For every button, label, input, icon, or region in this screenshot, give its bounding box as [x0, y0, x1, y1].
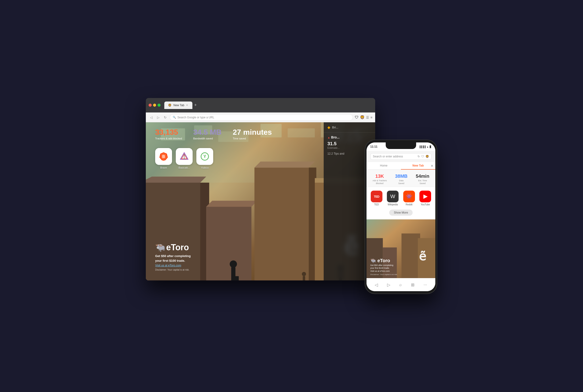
tab-favicon: 🦁 [168, 104, 172, 107]
phone-address-area: Search or enter address ↻ 🛡 🦁 [366, 151, 435, 162]
etoro-tagline: Get $50 after completingyour first $100 … [155, 254, 191, 263]
phone-tabs-button[interactable]: ⊞ [411, 282, 414, 288]
youtube-app-icon: ▶ [419, 190, 431, 202]
show-more-button[interactable]: Show More [389, 210, 413, 216]
phone-shield-icon[interactable]: 🛡 [421, 155, 424, 158]
phone-tab-newtab[interactable]: New Tab [401, 162, 435, 170]
wikipedia-app-icon: W [387, 190, 399, 202]
phone-data-stat: 38MB DataSaved [395, 174, 407, 185]
trackers-label: Trackers & ads blocked [155, 137, 182, 140]
back-button[interactable]: ◁ [149, 115, 154, 120]
svg-text:B: B [162, 154, 165, 158]
nav-bar: ◁ ▷ ↻ 🔍 Search Google or type a URL 🛡 🦁 … [146, 112, 375, 122]
etoro-link[interactable]: Visit us at eToro.com [155, 264, 191, 267]
forward-button[interactable]: ▷ [156, 115, 161, 120]
bookmarks-icon[interactable]: ☰ [366, 116, 369, 119]
svg-text:ẽ: ẽ [419, 250, 426, 263]
bat-icon-box [176, 148, 193, 165]
phone-tab-home[interactable]: Home [366, 162, 401, 170]
reddit-app-icon: 👾 [403, 190, 415, 202]
phone-etoro-logo: 🐃 eToro [370, 258, 398, 263]
phone-address-bar[interactable]: Search or enter address ↻ 🛡 🦁 [370, 153, 432, 160]
ted-app-label: TED [374, 203, 379, 206]
brave-logo: B [159, 151, 169, 162]
mobile-phone: 11:11 ▐▐▐▐ ▲ ▊ Search or enter address ↻… [365, 140, 437, 294]
yubico-logo: Y [200, 151, 210, 162]
maximize-button[interactable] [158, 104, 161, 107]
battery-icon: ▊ [430, 146, 432, 148]
phone-time: 11:11 [370, 145, 377, 148]
shield-icon[interactable]: 🛡 [355, 115, 359, 120]
close-button[interactable] [149, 104, 152, 107]
phone-time-label: Est. TimeSaved [416, 180, 429, 185]
desktop-browser: 🦁 New Tab ✕ + ◁ ▷ ↻ 🔍 Search Google or t… [146, 98, 375, 280]
reload-button[interactable]: ↻ [163, 115, 168, 120]
phone-back-button[interactable]: ◁ [375, 282, 378, 288]
phone-time-num: 54min [416, 174, 429, 179]
wifi-icon: ▲ [426, 146, 429, 148]
phone-address-text: Search or enter address [373, 155, 416, 158]
apps-row: B Brave Basicatt... [155, 148, 213, 169]
minimize-button[interactable] [153, 104, 156, 107]
address-bar[interactable]: 🔍 Search Google or type a URL [170, 114, 353, 121]
phone-app-reddit[interactable]: 👾 Reddit [402, 190, 416, 206]
phone-apps-grid: TED TED W Wikipedia 👾 [366, 187, 435, 210]
address-text: Search Google or type a URL [177, 116, 214, 119]
notif-header-text: Bri... [332, 126, 338, 129]
tab-title: New Tab [173, 104, 184, 107]
time-label: Time saved [233, 137, 272, 140]
app-yubico[interactable]: Y Yubico [196, 148, 213, 169]
phone-menu-button[interactable]: ··· [424, 282, 427, 287]
etoro-ad: 🐃 eToro Get $50 after completingyour fir… [155, 242, 191, 271]
stats-panel: 33,135 Trackers & ads blocked 34.5 MB Ba… [155, 128, 272, 140]
svg-rect-42 [401, 234, 420, 280]
bat-logo [179, 151, 189, 162]
phone-stats: 13K Ads & TrackersBlocked 38MB DataSaved… [366, 170, 435, 187]
phone-tab-close[interactable]: ✕ [431, 164, 433, 168]
phone-app-ted[interactable]: TED TED [369, 190, 384, 206]
phone-app-wikipedia[interactable]: W Wikipedia [386, 190, 400, 206]
menu-icon[interactable]: ≡ [370, 116, 372, 119]
phone-content: 13K Ads & TrackersBlocked 38MB DataSaved… [366, 170, 435, 291]
brave-app-label: Brave [160, 166, 167, 169]
phone-data-label: DataSaved [395, 180, 407, 185]
notif-stat: 31.5 [327, 141, 371, 146]
active-tab[interactable]: 🦁 New Tab ✕ [164, 102, 192, 109]
new-tab-button[interactable]: + [194, 103, 197, 108]
phone-tabs-bar: Home New Tab ✕ [366, 162, 435, 170]
svg-text:Y: Y [203, 154, 206, 159]
brave-icon-box: B [155, 148, 172, 165]
bandwidth-label: Bandwidth saved [193, 137, 222, 140]
phone-bg-scene: ẽ 🐃 eToro Get $50 after completingyour f… [366, 220, 435, 280]
wallet-icon[interactable]: 🦁 [360, 115, 365, 120]
tab-close-button[interactable]: ✕ [186, 104, 188, 106]
app-bat[interactable]: Basicatt... [176, 148, 193, 169]
youtube-app-label: YouTube [421, 203, 430, 206]
phone-reload-icon[interactable]: ↻ [417, 155, 420, 158]
bandwidth-stat: 34.5 MB Bandwidth saved [193, 128, 222, 140]
nav-icons-right: 🛡 🦁 ☰ ≡ [355, 115, 372, 120]
phone-ads-label: Ads & TrackersBlocked [373, 180, 387, 185]
phone-bottom-bar: ◁ ▷ ⌕ ⊞ ··· [366, 278, 435, 291]
phone-etoro-ad: 🐃 eToro Get $50 after completingyour fir… [370, 258, 398, 276]
app-brave[interactable]: B Brave [155, 148, 172, 169]
yubico-app-label: Yubico [201, 166, 209, 169]
phone-ads-stat: 13K Ads & TrackersBlocked [373, 174, 387, 185]
phone-app-youtube[interactable]: ▶ YouTube [418, 190, 433, 206]
browser-chrome: 🦁 New Tab ✕ + [146, 98, 375, 112]
bandwidth-number: 34.5 MB [193, 128, 222, 136]
phone-etoro-text: Get $50 after completingyour first $100 … [370, 264, 398, 273]
notif-header: ◆ Bri... [324, 122, 375, 132]
phone-disclaimer: Disclaimer: Your capital is at risk. [370, 274, 398, 276]
phone-search-button[interactable]: ⌕ [399, 282, 402, 287]
reddit-app-label: Reddit [406, 203, 412, 206]
phone-screen: 11:11 ▐▐▐▐ ▲ ▊ Search or enter address ↻… [366, 142, 435, 291]
scene: 🦁 New Tab ✕ + ◁ ▷ ↻ 🔍 Search Google or t… [146, 98, 437, 294]
phone-brave-icon[interactable]: 🦁 [425, 155, 429, 158]
ted-app-icon: TED [371, 190, 382, 202]
notif-bro-text: Bro... [331, 136, 340, 139]
etoro-disclaimer: Disclaimer: Your capital is at risk. [155, 268, 191, 271]
trackers-stat: 33,135 Trackers & ads blocked [155, 128, 182, 140]
phone-forward-button[interactable]: ▷ [387, 282, 390, 288]
phone-data-num: 38MB [395, 174, 407, 179]
